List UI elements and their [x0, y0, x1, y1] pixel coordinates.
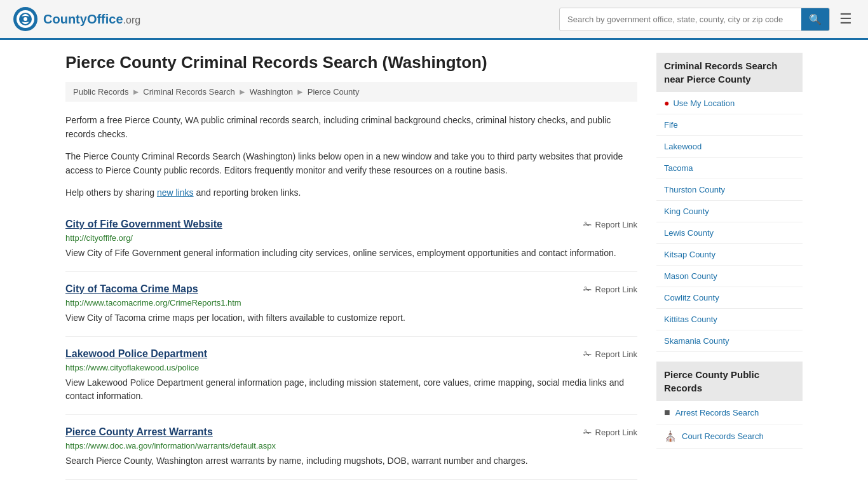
sidebar: Criminal Records Search near Pierce Coun… [656, 53, 803, 480]
sidebar-nearby-item[interactable]: Lakewood [656, 136, 803, 158]
result-header: City of Tacoma Crime Maps ✁ Report Link [65, 283, 637, 295]
result-item: City of Tacoma Crime Maps ✁ Report Link … [65, 272, 637, 337]
logo-text: CountyOffice.org [43, 12, 140, 27]
sidebar-nearby-item[interactable]: Fife [656, 114, 803, 136]
new-links-link[interactable]: new links [157, 187, 194, 198]
scissors-icon: ✁ [583, 219, 592, 231]
report-link-label: Report Link [595, 428, 637, 437]
result-item: City of Fife Government Website ✁ Report… [65, 207, 637, 272]
svg-point-3 [24, 17, 27, 21]
main-container: Pierce County Criminal Records Search (W… [53, 40, 815, 488]
description-3-prefix: Help others by sharing [65, 187, 157, 198]
sidebar-section2: Pierce County Public Records ■ Arrest Re… [656, 362, 803, 449]
scissors-icon: ✁ [583, 426, 592, 438]
search-button[interactable]: 🔍 [801, 8, 829, 30]
sidebar-public-records-item[interactable]: ■ Arrest Records Search [656, 401, 803, 424]
scissors-icon: ✁ [583, 283, 592, 295]
sidebar-nearby-link[interactable]: Lewis County [656, 222, 803, 243]
sidebar-nearby-link[interactable]: Skamania County [656, 330, 803, 351]
result-description: Search Pierce County, Washington arrest … [65, 454, 637, 468]
logo[interactable]: CountyOffice.org [13, 6, 140, 32]
report-link-label: Report Link [595, 349, 637, 359]
search-icon: 🔍 [809, 14, 822, 25]
bullet-icon: ■ [664, 407, 670, 418]
result-title[interactable]: Lakewood Police Department [65, 348, 207, 360]
sidebar-public-records-link[interactable]: ⛪ Court Records Search [656, 424, 803, 448]
location-icon: ● [664, 98, 669, 108]
sidebar-nearby-item[interactable]: Cowlitz County [656, 287, 803, 309]
result-url[interactable]: http://www.tacomacrime.org/CrimeReports1… [65, 298, 637, 308]
use-location-link[interactable]: ● Use My Location [656, 92, 803, 114]
page-title: Pierce County Criminal Records Search (W… [65, 53, 637, 72]
search-bar: 🔍 [559, 8, 830, 31]
sidebar-nearby-link[interactable]: Tacoma [656, 158, 803, 179]
sidebar-use-location[interactable]: ● Use My Location [656, 92, 803, 114]
breadcrumb-public-records[interactable]: Public Records [73, 87, 128, 97]
breadcrumb-criminal-records[interactable]: Criminal Records Search [143, 87, 235, 97]
report-link-label: Report Link [595, 285, 637, 294]
sidebar-public-records-link[interactable]: ■ Arrest Records Search [656, 401, 803, 424]
description-1: Perform a free Pierce County, WA public … [65, 113, 637, 142]
breadcrumb-washington[interactable]: Washington [250, 87, 293, 97]
result-title[interactable]: City of Tacoma Crime Maps [65, 283, 198, 295]
description-2: The Pierce County Criminal Records Searc… [65, 149, 637, 178]
sidebar-nearby-link[interactable]: Fife [656, 114, 803, 135]
result-url[interactable]: https://www.doc.wa.gov/information/warra… [65, 441, 637, 451]
sidebar-nearby-link[interactable]: Mason County [656, 266, 803, 287]
sidebar-nearby-item[interactable]: Lewis County [656, 222, 803, 244]
results-list: City of Fife Government Website ✁ Report… [65, 207, 637, 480]
breadcrumb-pierce-county[interactable]: Pierce County [308, 87, 360, 97]
sidebar-nearby-list: ● Use My Location FifeLakewoodTacomaThur… [656, 92, 803, 352]
result-title[interactable]: City of Fife Government Website [65, 219, 222, 230]
result-description: View City of Fife Government general inf… [65, 247, 637, 260]
breadcrumb-sep-3: ► [296, 87, 304, 97]
description-3-suffix: and reporting broken links. [194, 187, 301, 198]
sidebar-nearby-item[interactable]: Thurston County [656, 179, 803, 201]
breadcrumb: Public Records ► Criminal Records Search… [65, 82, 637, 102]
result-header: Lakewood Police Department ✁ Report Link [65, 348, 637, 360]
sidebar-section2-title: Pierce County Public Records [656, 362, 803, 401]
sidebar-nearby-link[interactable]: Lakewood [656, 136, 803, 157]
result-header: Pierce County Arrest Warrants ✁ Report L… [65, 426, 637, 438]
result-description: View Lakewood Police Department general … [65, 376, 637, 403]
breadcrumb-sep-2: ► [238, 87, 247, 97]
sidebar-public-records-label: Arrest Records Search [675, 408, 759, 417]
result-url[interactable]: https://www.cityoflakewood.us/police [65, 363, 637, 372]
scissors-icon: ✁ [583, 348, 592, 360]
report-link-button[interactable]: ✁ Report Link [583, 219, 637, 231]
site-header: CountyOffice.org 🔍 ☰ [0, 0, 868, 40]
sidebar-nearby-link[interactable]: Cowlitz County [656, 287, 803, 308]
result-url[interactable]: http://cityoffife.org/ [65, 233, 637, 243]
sidebar-nearby-item[interactable]: Tacoma [656, 158, 803, 179]
hamburger-icon: ☰ [839, 11, 852, 27]
sidebar-public-records-list: ■ Arrest Records Search ⛪ Court Records … [656, 401, 803, 449]
sidebar-nearby-link[interactable]: Thurston County [656, 179, 803, 200]
content-area: Pierce County Criminal Records Search (W… [65, 53, 637, 480]
sidebar-nearby-item[interactable]: King County [656, 201, 803, 222]
result-title[interactable]: Pierce County Arrest Warrants [65, 426, 213, 438]
search-input[interactable] [560, 10, 801, 29]
header-right: 🔍 ☰ [559, 8, 855, 31]
sidebar-public-records-item[interactable]: ⛪ Court Records Search [656, 424, 803, 449]
result-header: City of Fife Government Website ✁ Report… [65, 219, 637, 231]
breadcrumb-sep-1: ► [132, 87, 140, 97]
report-link-button[interactable]: ✁ Report Link [583, 426, 637, 438]
sidebar-public-records-label: Court Records Search [682, 431, 764, 441]
logo-icon [13, 6, 38, 32]
report-link-label: Report Link [595, 220, 637, 229]
sidebar-nearby-link[interactable]: Kittitas County [656, 309, 803, 330]
description-3: Help others by sharing new links and rep… [65, 186, 637, 200]
sidebar-section1-title: Criminal Records Search near Pierce Coun… [656, 53, 803, 92]
result-item: Lakewood Police Department ✁ Report Link… [65, 337, 637, 415]
sidebar-nearby-item[interactable]: Kittitas County [656, 309, 803, 330]
sidebar-nearby-link[interactable]: King County [656, 201, 803, 222]
report-link-button[interactable]: ✁ Report Link [583, 348, 637, 360]
sidebar-nearby-item[interactable]: Skamania County [656, 330, 803, 352]
use-location-label: Use My Location [673, 98, 735, 108]
sidebar-nearby-item[interactable]: Mason County [656, 266, 803, 287]
sidebar-nearby-link[interactable]: Kitsap County [656, 244, 803, 265]
bullet-icon: ⛪ [664, 430, 677, 442]
report-link-button[interactable]: ✁ Report Link [583, 283, 637, 295]
menu-button[interactable]: ☰ [836, 8, 855, 30]
sidebar-nearby-item[interactable]: Kitsap County [656, 244, 803, 266]
